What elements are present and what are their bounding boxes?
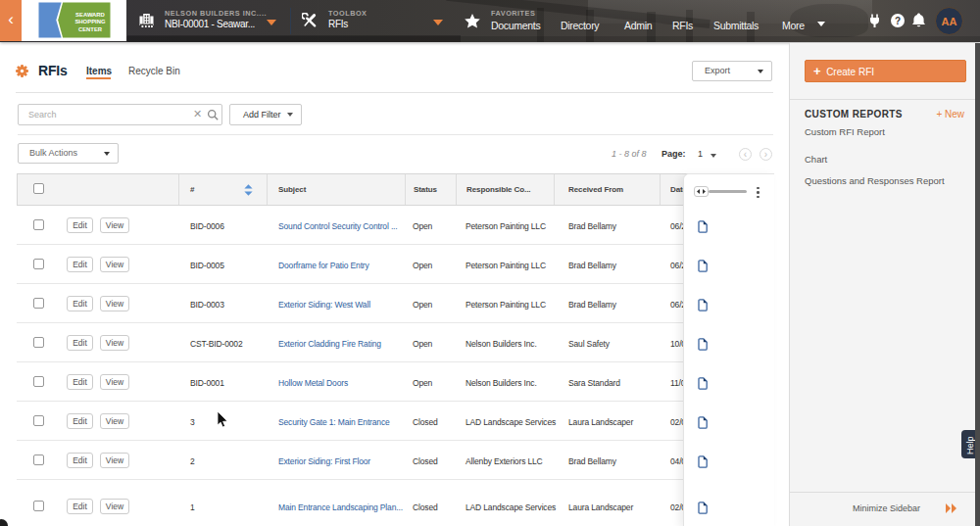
svg-text:SEAWARD: SEAWARD bbox=[75, 12, 105, 18]
svg-text:CENTER: CENTER bbox=[78, 26, 103, 32]
svg-text:SHOPPING: SHOPPING bbox=[74, 19, 106, 24]
svg-text:?: ? bbox=[895, 16, 901, 26]
